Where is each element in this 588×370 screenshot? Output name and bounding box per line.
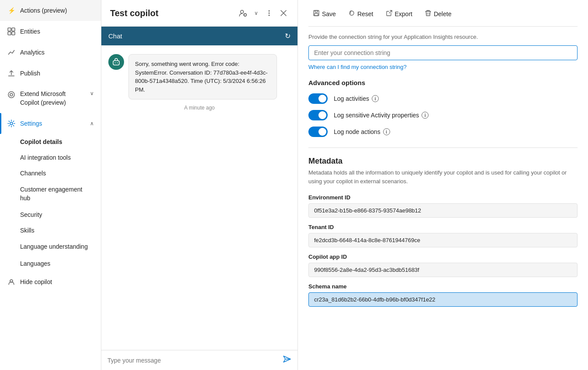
advanced-options: Advanced options Log activities i Log se (308, 79, 578, 137)
sidebar-item-customer-engagement-hub[interactable]: Customer engagement hub (0, 181, 101, 207)
schema-name-label: Schema name (308, 283, 578, 290)
person-settings-button[interactable] (237, 7, 249, 19)
chat-input[interactable] (107, 357, 279, 364)
settings-icon (7, 119, 16, 128)
sidebar-item-actions[interactable]: ⚡ Actions (preview) (0, 0, 101, 21)
log-sensitive-info-icon[interactable]: i (422, 112, 429, 119)
log-sensitive-toggle[interactable] (308, 110, 328, 120)
chat-refresh-button[interactable]: ↻ (285, 32, 291, 40)
schema-name-value[interactable]: cr23a_81d6b2b2-66b0-4dfb-b96b-bf0d347f1e… (308, 292, 578, 307)
test-copilot-panel: Test copilot ∨ Chat ↻ (101, 0, 298, 370)
advanced-options-title: Advanced options (308, 79, 578, 86)
sidebar-item-publish[interactable]: Publish (0, 63, 101, 84)
reset-icon (348, 10, 355, 18)
sidebar-item-hide-copilot[interactable]: Hide copilot (0, 271, 101, 292)
sidebar: ⚡ Actions (preview) Entities Analytics P… (0, 0, 101, 370)
help-link[interactable]: Where can I find my connection string? (308, 64, 578, 70)
save-icon (313, 10, 320, 18)
environment-id-value: 0f51e3a2-b15b-e866-8375-93574ae98b12 (308, 203, 578, 218)
metadata-section: Metadata Metadata holds all the informat… (308, 147, 578, 307)
test-panel-header: Test copilot ∨ (101, 0, 297, 27)
sidebar-item-copilot-details[interactable]: Copilot details (0, 134, 101, 150)
publish-icon (7, 69, 16, 78)
svg-point-18 (115, 62, 116, 63)
sidebar-item-label: Entities (20, 28, 94, 35)
log-activities-info-icon[interactable]: i (372, 95, 379, 102)
sidebar-item-label: Analytics (20, 49, 94, 56)
metadata-desc: Metadata holds all the information to un… (308, 168, 578, 185)
svg-point-7 (10, 93, 13, 96)
sidebar-item-languages[interactable]: Languages (0, 256, 101, 271)
log-activities-toggle[interactable] (308, 93, 328, 104)
chat-timestamp: A minute ago (108, 105, 291, 111)
save-button[interactable]: Save (308, 7, 340, 21)
delete-button[interactable]: Delete (420, 7, 456, 21)
chat-header-label: Chat (108, 32, 122, 40)
svg-rect-3 (12, 32, 15, 35)
log-node-actions-info-icon[interactable]: i (383, 128, 390, 135)
connection-string-input[interactable] (308, 45, 578, 60)
export-button[interactable]: Export (381, 7, 417, 21)
svg-point-19 (117, 62, 118, 63)
svg-line-24 (389, 10, 392, 13)
chevron-up-icon: ∧ (90, 120, 94, 127)
tenant-id-value: fe2dcd3b-6648-414a-8c8e-8761944769ce (308, 233, 578, 247)
svg-rect-2 (8, 32, 11, 35)
sidebar-item-language-understanding[interactable]: Language understanding (0, 238, 101, 256)
test-panel-controls: ∨ (237, 7, 289, 19)
svg-point-10 (241, 10, 244, 14)
lightning-icon: ⚡ (7, 6, 16, 15)
toggle-row-log-activities: Log activities i (308, 93, 578, 104)
sidebar-item-entities[interactable]: Entities (0, 21, 101, 42)
sidebar-item-analytics[interactable]: Analytics (0, 42, 101, 63)
entities-icon (7, 27, 16, 36)
connection-string-desc: Provide the connection string for your A… (308, 34, 578, 40)
sidebar-item-skills[interactable]: Skills (0, 223, 101, 238)
toggle-row-log-sensitive: Log sensitive Activity properties i (308, 110, 578, 120)
chat-area: Chat ↻ Sorry, something went wrong. Erro… (101, 27, 297, 370)
svg-point-12 (269, 10, 270, 12)
chat-input-area (101, 350, 297, 370)
svg-point-14 (269, 15, 270, 16)
svg-rect-0 (8, 28, 11, 31)
sidebar-item-label: Hide copilot (20, 278, 94, 285)
chevron-down-button[interactable]: ∨ (252, 8, 260, 18)
chat-header: Chat ↻ (101, 27, 297, 45)
hide-copilot-icon (7, 278, 16, 286)
extend-icon (7, 90, 16, 99)
sidebar-item-label: Settings (20, 120, 86, 127)
svg-point-8 (10, 122, 13, 125)
reset-button[interactable]: Reset (344, 7, 378, 21)
right-panel: Save Reset Export Delete (298, 0, 588, 370)
copilot-app-id-label: Copilot app ID (308, 254, 578, 260)
environment-id-label: Environment ID (308, 194, 578, 201)
svg-rect-22 (315, 10, 318, 12)
more-options-button[interactable] (263, 7, 275, 19)
chat-send-button[interactable] (283, 355, 291, 366)
test-panel-title: Test copilot (110, 8, 159, 18)
svg-point-13 (269, 13, 270, 14)
bot-avatar (108, 54, 124, 70)
svg-rect-17 (113, 61, 119, 65)
close-button[interactable] (278, 8, 289, 18)
export-icon (386, 10, 393, 18)
log-node-actions-toggle[interactable] (308, 127, 328, 137)
sidebar-item-channels[interactable]: Channels (0, 165, 101, 181)
tenant-id-label: Tenant ID (308, 224, 578, 230)
metadata-title: Metadata (308, 157, 578, 166)
svg-rect-23 (315, 14, 318, 16)
sidebar-item-label: Actions (preview) (20, 7, 94, 14)
svg-rect-1 (12, 28, 15, 31)
sidebar-item-ai-integration-tools[interactable]: AI integration tools (0, 150, 101, 165)
chat-message-wrapper: Sorry, something went wrong. Error code:… (108, 54, 291, 99)
main-content: Test copilot ∨ Chat ↻ (101, 0, 588, 370)
copilot-app-id-value: 990f8556-2a8e-4da2-95d3-ac3bdb51683f (308, 263, 578, 277)
toggle-row-log-node-actions: Log node actions i (308, 127, 578, 137)
sidebar-item-label: Publish (20, 70, 94, 77)
sidebar-item-security[interactable]: Security (0, 207, 101, 223)
analytics-icon (7, 48, 16, 57)
sidebar-item-settings[interactable]: Settings ∧ (0, 113, 101, 134)
sidebar-item-extend-microsoft[interactable]: Extend Microsoft Copilot (preview) ∨ (0, 84, 101, 113)
svg-point-6 (8, 92, 14, 98)
chevron-down-icon: ∨ (90, 90, 94, 96)
